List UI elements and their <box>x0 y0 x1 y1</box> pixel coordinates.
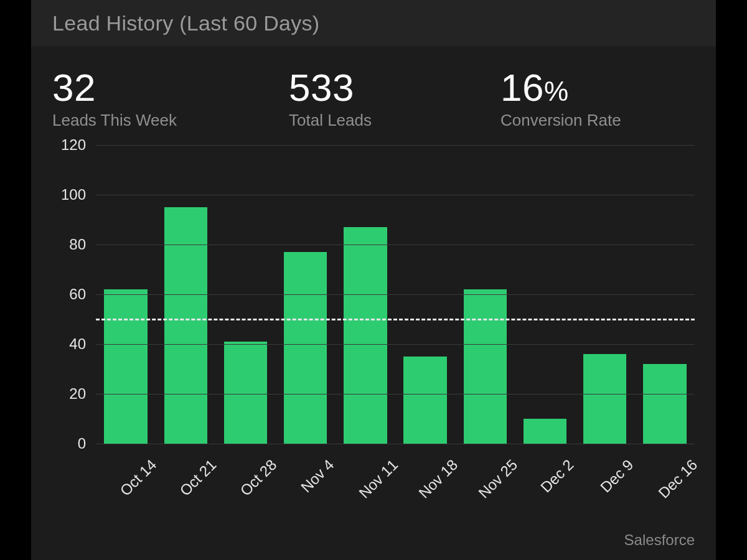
chart-plot <box>96 145 695 444</box>
metric-value: 16% <box>500 68 621 107</box>
title-bar: Lead History (Last 60 Days) <box>31 0 716 46</box>
y-tick-label: 80 <box>69 236 86 253</box>
x-tick-label: Dec 2 <box>537 456 577 496</box>
metric-leads-this-week: 32 Leads This Week <box>52 68 289 130</box>
metric-label: Total Leads <box>289 111 500 130</box>
metric-value: 32 <box>52 68 289 107</box>
metric-value: 533 <box>289 68 500 107</box>
x-tick-cell: Nov 11 <box>336 444 395 531</box>
x-tick-cell: Nov 18 <box>395 444 455 531</box>
gridline <box>96 394 695 394</box>
metric-total-leads: 533 Total Leads <box>289 68 500 130</box>
x-tick-label: Oct 28 <box>237 456 280 500</box>
reference-line <box>96 319 695 320</box>
x-tick-label: Nov 11 <box>355 456 402 502</box>
x-tick-cell: Oct 21 <box>156 444 215 531</box>
metric-label: Leads This Week <box>52 111 289 130</box>
y-tick-label: 100 <box>61 186 86 203</box>
x-tick-cell: Nov 25 <box>455 444 515 531</box>
x-axis: Oct 14Oct 21Oct 28Nov 4Nov 11Nov 18Nov 2… <box>96 444 695 531</box>
chart-bar <box>104 289 147 444</box>
metrics-row: 32 Leads This Week 533 Total Leads 16% C… <box>31 46 716 136</box>
y-tick-label: 20 <box>69 385 86 403</box>
x-tick-label: Nov 4 <box>298 456 337 496</box>
y-tick-label: 60 <box>69 286 86 303</box>
x-tick-label: Nov 18 <box>415 456 461 502</box>
x-tick-label: Dec 9 <box>597 456 637 496</box>
chart-bar <box>344 227 387 444</box>
chart-bar <box>583 354 626 444</box>
x-tick-label: Oct 14 <box>116 456 160 500</box>
x-tick-cell: Nov 4 <box>276 444 336 531</box>
chart-bar <box>643 364 686 444</box>
x-tick-cell: Oct 14 <box>96 444 156 531</box>
metric-conversion-rate: 16% Conversion Rate <box>500 68 621 130</box>
panel-title: Lead History (Last 60 Days) <box>52 11 320 35</box>
x-tick-cell: Oct 28 <box>215 444 275 531</box>
gridline <box>96 245 695 245</box>
x-tick-cell: Dec 16 <box>635 444 695 531</box>
chart-bar <box>224 342 267 444</box>
gridline <box>96 195 695 195</box>
chart-bar <box>164 207 207 444</box>
chart-bar <box>464 289 507 444</box>
x-tick-cell: Dec 9 <box>575 444 635 531</box>
y-tick-label: 120 <box>61 136 86 154</box>
metric-label: Conversion Rate <box>500 111 621 130</box>
x-tick-label: Dec 16 <box>655 456 701 502</box>
x-tick-cell: Dec 2 <box>515 444 575 531</box>
gridline <box>96 294 695 295</box>
chart-bar <box>524 419 566 444</box>
x-tick-label: Oct 21 <box>177 456 220 500</box>
chart-bar <box>403 357 446 444</box>
chart-area: 020406080100120 Oct 14Oct 21Oct 28Nov 4N… <box>44 145 695 560</box>
y-tick-label: 0 <box>78 435 86 452</box>
gridline <box>96 145 695 146</box>
data-source-label: Salesforce <box>624 531 695 549</box>
x-tick-label: Nov 25 <box>476 456 522 502</box>
gridline <box>96 344 695 345</box>
y-tick-label: 40 <box>69 335 86 353</box>
chart-bar <box>284 252 327 444</box>
dashboard-panel: Lead History (Last 60 Days) 32 Leads Thi… <box>31 0 716 560</box>
